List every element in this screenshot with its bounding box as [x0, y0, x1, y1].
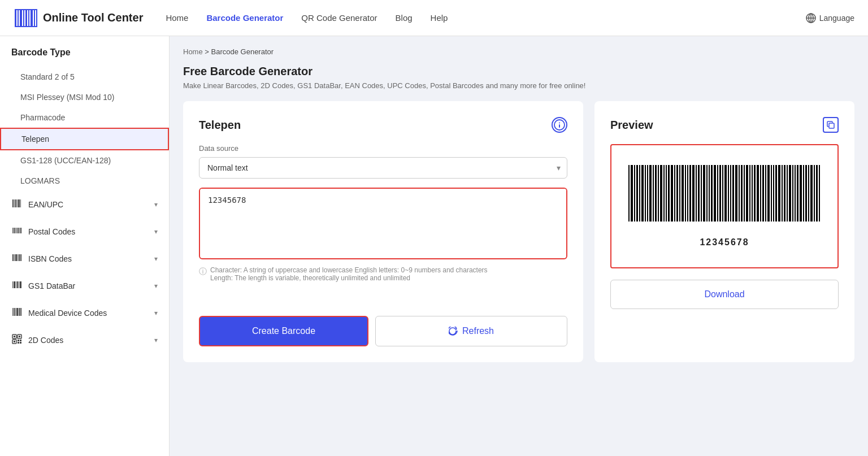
sidebar: Barcode Type Standard 2 of 5 MSI Plessey…: [0, 36, 170, 456]
svg-rect-80: [682, 165, 684, 222]
svg-rect-76: [671, 165, 673, 222]
svg-rect-28: [12, 254, 14, 261]
sidebar-category-postal[interactable]: Postal Codes ▾: [0, 218, 169, 245]
svg-rect-35: [14, 281, 15, 288]
sidebar-category-ean-upc[interactable]: EAN/UPC ▾: [0, 191, 169, 218]
logo-icon: [14, 6, 38, 31]
svg-rect-106: [752, 165, 753, 222]
data-source-select[interactable]: Normal text Numeric: [199, 157, 567, 179]
svg-rect-22: [14, 228, 15, 233]
content-area: Telepen Data source Normal text Numeric: [183, 101, 854, 362]
chevron-down-icon-2d: ▾: [154, 336, 158, 344]
svg-rect-110: [762, 165, 764, 222]
svg-rect-64: [639, 165, 640, 222]
sidebar-item-telepen[interactable]: Telepen: [0, 128, 169, 150]
sidebar-category-2d[interactable]: 2D Codes ▾: [0, 327, 169, 354]
svg-rect-0: [15, 10, 16, 26]
logo[interactable]: Online Tool Center: [14, 6, 143, 31]
chevron-down-icon-medical: ▾: [154, 309, 158, 317]
sidebar-item-pharmacode[interactable]: Pharmacode: [0, 107, 169, 128]
create-barcode-button[interactable]: Create Barcode: [199, 316, 368, 346]
barcode-text-input[interactable]: 12345678: [200, 189, 566, 257]
svg-rect-68: [649, 165, 652, 222]
svg-rect-105: [749, 165, 750, 222]
sidebar-category-medical[interactable]: Medical Device Codes ▾: [0, 299, 169, 327]
svg-rect-82: [687, 165, 688, 222]
svg-rect-6: [31, 10, 33, 26]
medical-icon: [11, 306, 23, 320]
svg-rect-37: [17, 281, 18, 288]
svg-rect-20: [20, 199, 21, 207]
main-content: Home > Barcode Generator Free Barcode Ge…: [170, 36, 868, 456]
svg-rect-84: [692, 165, 695, 222]
sidebar-item-msi-plessey[interactable]: MSI Plessey (MSI Mod 10): [0, 87, 169, 107]
info-icon[interactable]: [552, 117, 567, 133]
svg-rect-119: [787, 165, 788, 222]
barcode-preview: 12345678: [610, 144, 839, 268]
svg-rect-24: [16, 228, 17, 233]
breadcrumb-separator: >: [205, 47, 211, 56]
svg-rect-109: [760, 165, 761, 222]
svg-rect-7: [34, 10, 35, 26]
barcode-input-wrapper: 12345678: [199, 188, 567, 259]
svg-rect-34: [12, 281, 13, 288]
char-hint: ⓘ Character: A string of uppercase and l…: [199, 266, 567, 282]
gs1databar-icon: [11, 279, 23, 293]
svg-rect-86: [698, 165, 700, 222]
breadcrumb: Home > Barcode Generator: [183, 47, 854, 56]
postal-icon: [11, 225, 23, 238]
svg-rect-40: [12, 308, 13, 316]
svg-rect-47: [14, 336, 15, 337]
nav-blog[interactable]: Blog: [396, 13, 413, 23]
svg-rect-10: [15, 26, 37, 27]
svg-rect-126: [805, 165, 807, 222]
svg-rect-118: [784, 165, 785, 222]
ean-upc-icon: [11, 198, 23, 211]
refresh-button[interactable]: Refresh: [375, 316, 567, 346]
svg-rect-108: [757, 165, 759, 222]
breadcrumb-home[interactable]: Home: [183, 47, 203, 56]
nav-help[interactable]: Help: [431, 13, 448, 23]
page-header: Free Barcode Generator Make Linear Barco…: [183, 65, 854, 90]
chevron-down-icon-postal: ▾: [154, 228, 158, 236]
sidebar-title: Barcode Type: [0, 47, 169, 67]
svg-rect-23: [15, 228, 16, 233]
svg-rect-73: [663, 165, 665, 222]
svg-rect-67: [647, 165, 648, 222]
svg-rect-125: [803, 165, 804, 222]
svg-rect-88: [703, 165, 705, 222]
svg-rect-87: [701, 165, 702, 222]
language-button[interactable]: Language: [806, 13, 854, 23]
refresh-icon: [449, 327, 458, 336]
svg-rect-4: [25, 10, 27, 26]
download-button[interactable]: Download: [610, 280, 839, 309]
svg-rect-38: [19, 281, 19, 288]
svg-rect-127: [808, 165, 809, 222]
svg-rect-93: [717, 165, 718, 222]
main-nav: Home Barcode Generator QR Code Generator…: [166, 13, 783, 23]
svg-rect-69: [653, 165, 654, 222]
layout: Barcode Type Standard 2 of 5 MSI Plessey…: [0, 36, 868, 456]
svg-rect-101: [739, 165, 740, 222]
sidebar-category-gs1databar[interactable]: GS1 DataBar ▾: [0, 272, 169, 299]
svg-rect-89: [706, 165, 708, 222]
svg-rect-81: [685, 165, 686, 222]
svg-rect-62: [634, 165, 635, 222]
nav-home[interactable]: Home: [166, 13, 188, 23]
sidebar-item-logmars[interactable]: LOGMARS: [0, 171, 169, 191]
nav-barcode-generator[interactable]: Barcode Generator: [206, 13, 283, 23]
svg-rect-21: [12, 228, 13, 233]
copy-icon[interactable]: [823, 117, 839, 133]
barcode-image: [623, 165, 826, 233]
sidebar-category-isbn[interactable]: ISBN Codes ▾: [0, 245, 169, 272]
svg-rect-58: [559, 124, 560, 128]
sidebar-item-gs1-128[interactable]: GS1-128 (UCC/EAN-128): [0, 150, 169, 171]
svg-rect-54: [18, 342, 19, 344]
sidebar-item-standard-2-of-5[interactable]: Standard 2 of 5: [0, 67, 169, 87]
svg-rect-92: [714, 165, 716, 222]
svg-rect-120: [789, 165, 791, 222]
svg-rect-25: [18, 228, 19, 233]
nav-qr-code[interactable]: QR Code Generator: [301, 13, 377, 23]
char-hint-line2: Length: The length is variable, theoreti…: [210, 274, 488, 282]
svg-rect-79: [679, 165, 680, 222]
